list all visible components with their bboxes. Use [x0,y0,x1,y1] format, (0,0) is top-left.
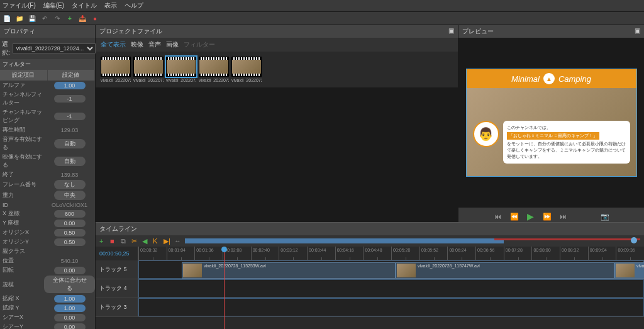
next-icon[interactable]: ▶| [164,237,171,245]
tab-audio[interactable]: 音声 [148,40,161,49]
preview-frame[interactable]: Minimal ▲ Camping 👨 このチャンネルでは、 「おしゃれ × ミ… [467,69,636,176]
speech-bubble: このチャンネルでは、 「おしゃれ × ミニマル = 最高のキャンプ！」 をモット… [503,121,630,164]
track-3: トラック 3 [96,298,644,317]
properties-header: プロパティ [0,25,95,38]
thumbnail[interactable]: vivaldi_2022072... [199,57,229,82]
prop-label: シアーY [0,323,44,329]
prop-value[interactable]: 全体に合わせる [44,276,95,293]
prop-value[interactable]: 540.10 [44,257,95,264]
menubar: ファイル(F) 編集(E) タイトル 表示 ヘルプ [0,0,644,12]
ruler-tick: 00:07:28 [504,247,532,260]
tab-all[interactable]: 全て表示 [101,40,126,49]
add-icon[interactable]: + [65,14,74,23]
thumbnail[interactable]: vivaldi_2022072... [133,57,164,82]
prop-value[interactable]: 中央 [44,191,95,200]
prop-label: Y 座標 [0,219,44,227]
track-area[interactable]: vivaldi_20220728_115253W.avi vivaldi_202… [138,260,644,279]
timeline-toolbar: + ■ ⧉ ✂ ◀ K ▶| ↔ [96,235,644,247]
track-area[interactable] [138,298,644,316]
marker-next-icon[interactable]: ↔ [174,237,182,245]
playhead[interactable] [224,247,225,329]
prop-value[interactable]: -1 [44,113,95,120]
marker-prev-icon[interactable]: ◀ [142,237,150,245]
prop-label: オリジンX [0,228,44,237]
clip-selected[interactable]: vivaldi_20220728_1 [614,262,644,279]
menu-edit[interactable]: 編集(E) [43,1,64,10]
prop-value[interactable]: 自動 [44,157,95,166]
record-icon[interactable]: ■ [110,237,118,245]
prop-value[interactable]: 600 [44,210,95,218]
prop-value[interactable]: 1.00 [44,295,95,303]
menu-title[interactable]: タイトル [72,1,97,10]
tab-filter[interactable]: フィルター [184,40,215,49]
prop-value[interactable]: 自動 [44,139,95,148]
prop-value[interactable]: OLoVCkIIOX1 [44,201,95,208]
ruler-tick: 00:08:00 [531,247,560,260]
thumbnail[interactable]: vivaldi_2022072... [166,57,196,82]
prop-label: シアーX [0,313,44,321]
prop-value[interactable]: 1.00 [44,82,95,89]
export-icon[interactable]: ● [91,14,99,23]
time-ruler[interactable]: 00:00:3200:01:0400:01:3600:02:0800:02:40… [138,247,644,260]
menu-help[interactable]: ヘルプ [125,1,143,10]
menu-view[interactable]: 表示 [104,1,117,10]
prop-label: X 座標 [0,209,44,218]
prop-row: 拡縮 Y1.00 [0,303,95,313]
prev-icon[interactable]: K [153,237,160,245]
play-icon[interactable]: ▶ [526,211,536,221]
tab-video[interactable]: 映像 [131,40,143,49]
skip-start-icon[interactable]: ⏮ [493,211,503,221]
preview-header: プレビュー▣ [458,25,644,38]
prop-row: オリジンY0.50 [0,237,95,247]
prop-value[interactable]: なし [44,180,95,189]
prop-value[interactable]: 129.03 [44,126,95,133]
clip[interactable]: vivaldi_20220728_115747W.avi [396,262,614,279]
prop-value[interactable]: 1.00 [44,304,95,312]
prop-value[interactable]: 0.00 [44,323,95,330]
rewind-icon[interactable]: ⏪ [509,211,519,221]
import-icon[interactable]: 📥 [78,14,87,23]
prop-label: 拡縮 X [0,294,44,303]
prop-label: 位置 [0,257,44,265]
tab-image[interactable]: 画像 [166,40,179,49]
zoom-slider[interactable] [185,238,640,243]
redo-icon[interactable]: ↷ [53,14,62,23]
add-track-icon[interactable]: + [99,237,107,245]
prop-row: 映像を有効にする自動 [0,152,95,170]
forward-icon[interactable]: ⏩ [542,211,552,221]
save-icon[interactable]: 💾 [28,14,36,23]
camera-icon[interactable]: 📷 [600,211,610,221]
select-dropdown[interactable]: vivaldi_20220728_12024... [13,43,96,53]
ruler-tick: 00:03:12 [279,247,307,260]
undo-icon[interactable]: ↶ [40,14,49,23]
ruler-tick: 00:05:52 [419,247,448,260]
thumbnail[interactable]: vivaldi_2022072... [231,57,262,82]
track-5: トラック 5 vivaldi_20220728_115253W.avi viva… [96,260,644,279]
ruler-tick: 00:01:04 [167,247,195,260]
prop-value[interactable]: 0.00 [44,220,95,227]
clip[interactable]: vivaldi_20220728_115253W.avi [182,262,396,279]
ruler-tick: 00:01:36 [194,247,223,260]
close-icon[interactable]: ▣ [635,27,640,36]
prop-row: 音声を有効にする自動 [0,135,95,152]
filter-header: フィルター [0,59,95,70]
prop-value[interactable]: 0.50 [44,238,95,246]
prop-value[interactable]: 0.50 [44,229,95,237]
snap-icon[interactable]: ⧉ [121,237,128,245]
cut-icon[interactable]: ✂ [131,237,139,245]
prop-value[interactable]: 0.00 [44,314,95,321]
prop-value[interactable]: -1 [44,95,95,103]
track-area[interactable] [138,279,644,298]
thumbnail[interactable]: vivaldi_2022072... [101,57,131,82]
prop-label: チャンネルマッピング [0,108,44,125]
skip-end-icon[interactable]: ⏭ [558,211,569,221]
ruler-tick: 00:04:16 [335,247,364,260]
new-icon[interactable]: 📄 [3,14,11,23]
prop-value[interactable]: 0.00 [44,267,95,274]
prop-row: シアーY0.00 [0,322,95,329]
ruler-tick: 00:00:32 [138,247,167,260]
menu-file[interactable]: ファイル(F) [3,1,36,10]
open-icon[interactable]: 📁 [15,14,24,23]
close-icon[interactable]: ▣ [448,27,454,36]
prop-value[interactable]: 139.83 [44,171,95,178]
